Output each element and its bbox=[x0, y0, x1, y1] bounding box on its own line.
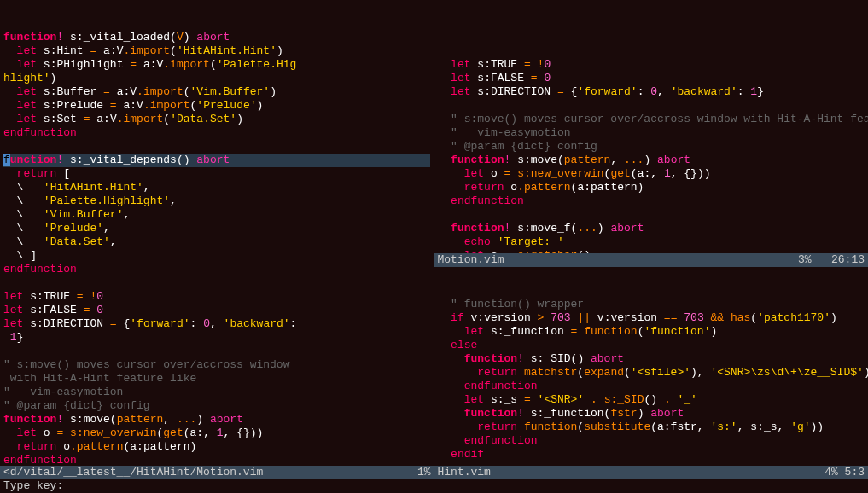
left-percent: 1% bbox=[417, 466, 431, 479]
right-top-code: let s:TRUE = !0 let s:FALSE = 0 let s:DI… bbox=[434, 55, 869, 253]
left-code: function! s:_vital_loaded(V) abort let s… bbox=[0, 27, 434, 466]
left-statusbar: <d/vital/__latest__/HitAHint/Motion.vim … bbox=[0, 466, 434, 479]
right-bottom-pos: 5:3 bbox=[845, 466, 865, 478]
right-top-statusbar: Motion.vim 3% 26:13 bbox=[434, 253, 869, 267]
right-top-pos: 26:13 bbox=[831, 253, 865, 266]
left-filename: <d/vital/__latest__/HitAHint/Motion.vim bbox=[3, 466, 263, 479]
right-top-filename: Motion.vim bbox=[438, 253, 504, 267]
right-bottom-statusbar: Hint.vim 4% 5:3 bbox=[434, 466, 869, 479]
right-pane[interactable]: let s:TRUE = !0 let s:FALSE = 0 let s:DI… bbox=[434, 0, 869, 466]
right-bottom-percent: 4% bbox=[824, 466, 838, 478]
right-top-percent: 3% bbox=[798, 253, 812, 266]
right-bottom-filename: Hint.vim bbox=[438, 466, 491, 479]
right-bottom-code: " function() wrapper if v:version > 703 … bbox=[434, 294, 869, 466]
left-pane[interactable]: function! s:_vital_loaded(V) abort let s… bbox=[0, 0, 434, 466]
command-prompt[interactable]: Type key: bbox=[0, 479, 868, 493]
